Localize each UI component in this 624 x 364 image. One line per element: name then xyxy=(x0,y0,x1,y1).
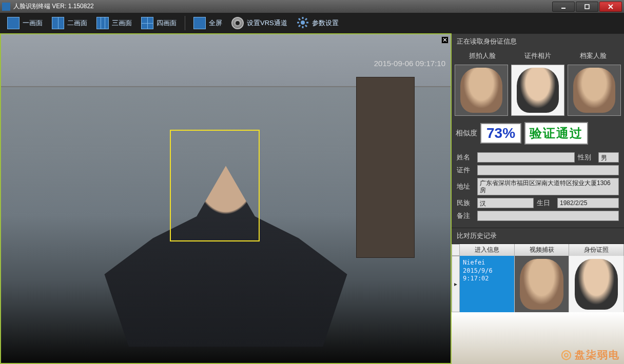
toolbar: 一画面 二画面 三画面 四画面 全屏 设置VRS通道 参数设置 xyxy=(0,13,624,33)
h-enter-cell: Niefei 2015/9/6 9:17:02 xyxy=(460,256,515,312)
svg-rect-1 xyxy=(585,5,589,9)
minimize-button[interactable] xyxy=(552,2,575,12)
ethnic-label: 民族 xyxy=(457,198,474,208)
verify-pass-badge: 验证通过 xyxy=(524,122,588,145)
panel-close-icon[interactable]: ✕ xyxy=(441,36,449,44)
thumbs-header: 抓拍人脸 证件相片 档案人脸 xyxy=(452,49,624,63)
svg-line-8 xyxy=(305,25,307,27)
h-info-time: 9:17:02 xyxy=(463,275,511,283)
gender-label: 性别 xyxy=(578,153,595,162)
similarity-row: 相似度 73% 验证通过 xyxy=(452,118,624,149)
video-bg-door xyxy=(356,77,415,258)
history-row[interactable]: ▸ Niefei 2015/9/6 9:17:02 xyxy=(452,256,624,312)
h-col-video[interactable]: 视频捕获 xyxy=(515,244,570,256)
remark-label: 备注 xyxy=(457,211,474,220)
addr-field[interactable]: 广东省深圳市福田区深南大道特区报业大厦1306房 xyxy=(477,178,619,195)
camera-icon xyxy=(231,17,244,29)
addr-label: 地址 xyxy=(457,182,474,191)
fullscreen-icon xyxy=(193,17,206,29)
main-area: ✕ 2015-09-06 09:17:10 正在读取身份证信息 抓拍人脸 证件相… xyxy=(0,33,624,364)
id-label: 证件 xyxy=(457,166,474,175)
similarity-label: 相似度 xyxy=(456,129,477,138)
capture-face-thumb xyxy=(455,65,508,116)
h-info-name: Niefei xyxy=(463,259,511,267)
view-3-label: 三画面 xyxy=(112,18,132,28)
reading-status: 正在读取身份证信息 xyxy=(452,33,624,49)
view-1-button[interactable]: 一画面 xyxy=(4,15,46,31)
id-field[interactable] xyxy=(477,165,619,175)
face-bounding-box xyxy=(170,130,260,241)
view-4-button[interactable]: 四画面 xyxy=(138,15,180,31)
archive-face-thumb xyxy=(568,65,621,116)
h-info-date: 2015/9/6 xyxy=(463,267,511,275)
grid-1-icon xyxy=(7,17,20,29)
svg-line-7 xyxy=(299,18,300,20)
svg-rect-0 xyxy=(561,8,566,9)
thumbs-row xyxy=(452,63,624,118)
gear-icon xyxy=(297,16,309,30)
settings-label: 参数设置 xyxy=(312,18,339,28)
title-bar: 人脸识别终端 VER: 1.150822 xyxy=(0,0,624,13)
h-col-enter[interactable]: 进入信息 xyxy=(460,244,515,256)
id-photo-thumb xyxy=(511,65,564,116)
col-idphoto: 证件相片 xyxy=(524,51,551,60)
grid-3-icon xyxy=(96,17,109,29)
vrs-label: 设置VRS通道 xyxy=(247,18,287,28)
gender-field[interactable]: 男 xyxy=(598,152,619,163)
video-panel[interactable]: ✕ 2015-09-06 09:17:10 xyxy=(0,33,452,364)
birth-field[interactable]: 1982/2/25 xyxy=(557,198,619,208)
grid-2-icon xyxy=(52,17,64,29)
grid-4-icon xyxy=(141,17,153,29)
svg-line-10 xyxy=(305,18,307,20)
history-row-arrow[interactable]: ▸ xyxy=(452,256,460,312)
svg-line-9 xyxy=(299,25,300,27)
svg-point-2 xyxy=(301,21,305,25)
col-archive: 档案人脸 xyxy=(580,51,607,60)
view-1-label: 一画面 xyxy=(23,18,43,28)
watermark-text: 盘柒弱电 xyxy=(575,349,620,360)
separator xyxy=(185,16,185,30)
history-title: 比对历史记录 xyxy=(452,228,624,244)
maximize-button[interactable] xyxy=(576,2,598,12)
window-controls xyxy=(551,2,622,12)
view-2-button[interactable]: 二画面 xyxy=(49,15,90,31)
vrs-button[interactable]: 设置VRS通道 xyxy=(228,15,290,31)
name-field[interactable] xyxy=(477,152,575,163)
h-video-cell xyxy=(515,256,570,312)
history-header: 进入信息 视频捕获 身份证照 xyxy=(452,244,624,256)
video-timestamp: 2015-09-06 09:17:10 xyxy=(374,59,445,68)
view-2-label: 二画面 xyxy=(67,18,87,28)
similarity-value: 73% xyxy=(480,123,521,144)
watermark: ◎盘柒弱电 xyxy=(561,347,620,362)
h-col-idphoto[interactable]: 身份证照 xyxy=(569,244,624,256)
view-4-label: 四画面 xyxy=(157,18,177,28)
name-label: 姓名 xyxy=(457,153,474,162)
settings-button[interactable]: 参数设置 xyxy=(294,15,342,32)
side-panel: 正在读取身份证信息 抓拍人脸 证件相片 档案人脸 相似度 73% 验证通过 姓名… xyxy=(452,33,624,364)
h-idphoto-cell xyxy=(569,256,624,312)
fullscreen-button[interactable]: 全屏 xyxy=(190,15,225,31)
fullscreen-label: 全屏 xyxy=(209,18,222,28)
app-icon xyxy=(2,3,10,11)
watermark-logo-icon: ◎ xyxy=(561,347,573,361)
remark-field[interactable] xyxy=(477,211,619,221)
window-title: 人脸识别终端 VER: 1.150822 xyxy=(13,2,551,11)
history-row-selector[interactable] xyxy=(452,244,460,256)
close-button[interactable] xyxy=(599,2,622,12)
view-3-button[interactable]: 三画面 xyxy=(93,15,135,31)
birth-label: 生日 xyxy=(537,198,554,208)
col-capture: 抓拍人脸 xyxy=(469,51,496,60)
ethnic-field[interactable]: 汉 xyxy=(477,198,534,208)
id-form: 姓名 性别 男 证件 地址 广东省深圳市福田区深南大道特区报业大厦1306房 民… xyxy=(452,149,624,228)
